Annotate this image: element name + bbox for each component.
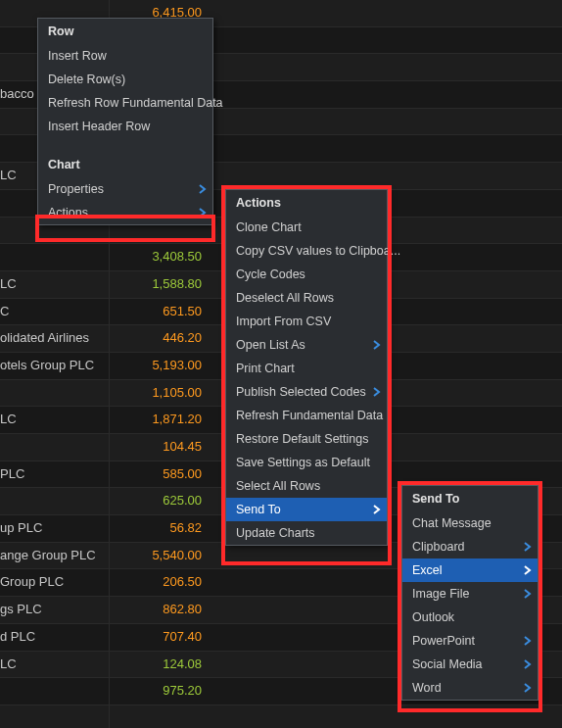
- menu-item[interactable]: Publish Selected Codes: [226, 380, 387, 404]
- menu-item[interactable]: Word: [402, 676, 538, 700]
- chevron-right-icon: [373, 505, 381, 514]
- menu-item-label: Refresh Fundamental Data: [236, 409, 383, 422]
- context-menu-send-to: Send ToChat MessageClipboardExcelImage F…: [401, 485, 539, 701]
- row-value: 975.20: [110, 678, 208, 704]
- row-value: 625.00: [110, 488, 208, 514]
- chevron-right-icon: [373, 340, 381, 350]
- menu-item[interactable]: Print Chart: [226, 357, 387, 380]
- menu-item[interactable]: Refresh Fundamental Data: [226, 404, 387, 427]
- row-value: 3,408.50: [110, 244, 208, 270]
- chevron-right-icon: [373, 387, 381, 397]
- row-name: [0, 244, 110, 270]
- row-name: d PLC: [0, 624, 110, 651]
- row-name: LC: [0, 271, 110, 298]
- menu-item-label: Save Settings as Default: [236, 456, 370, 469]
- row-value: 56.82: [110, 515, 208, 542]
- menu-item-label: PowerPoint: [412, 634, 475, 648]
- row-value: 862.80: [110, 597, 208, 623]
- menu-item[interactable]: Social Media: [402, 653, 538, 676]
- row-value: 1,105.00: [110, 380, 208, 407]
- context-menu-actions: ActionsClone ChartCopy CSV values to Cli…: [225, 189, 388, 546]
- menu-item-label: Deselect All Rows: [236, 291, 334, 305]
- menu-item[interactable]: Actions: [38, 201, 212, 224]
- row-value: 1,871.20: [110, 407, 208, 433]
- menu-item-label: Clipboard: [412, 540, 465, 554]
- menu-item-label: Insert Row: [48, 49, 107, 63]
- menu-item-label: Social Media: [412, 657, 483, 671]
- menu-item-label: Print Chart: [236, 362, 295, 375]
- row-name: [0, 678, 110, 704]
- menu-item[interactable]: Clone Chart: [226, 216, 387, 239]
- menu-item[interactable]: Send To: [226, 498, 387, 521]
- row-name: C: [0, 299, 110, 325]
- menu-item[interactable]: Update Charts: [226, 521, 387, 545]
- menu-item[interactable]: Refresh Row Fundamental Data: [38, 91, 212, 115]
- menu-item-label: Clone Chart: [236, 220, 302, 234]
- row-value: 651.50: [110, 299, 208, 325]
- row-name: LC: [0, 407, 110, 433]
- menu-item[interactable]: Cycle Codes: [226, 263, 387, 286]
- menu-item[interactable]: PowerPoint: [402, 629, 538, 653]
- menu-item[interactable]: Select All Rows: [226, 474, 387, 498]
- row-value: 104.45: [110, 434, 208, 461]
- menu-item[interactable]: Properties: [38, 177, 212, 201]
- menu-item[interactable]: Copy CSV values to Clipboa...: [226, 239, 387, 263]
- menu-item-label: Refresh Row Fundamental Data: [48, 96, 223, 110]
- row-name: PLC: [0, 461, 110, 488]
- row-value: 1,588.80: [110, 271, 208, 298]
- menu-item[interactable]: Deselect All Rows: [226, 286, 387, 310]
- menu-item-label: Update Charts: [236, 526, 315, 540]
- row-name: [0, 380, 110, 407]
- menu-item-label: Publish Selected Codes: [236, 385, 366, 399]
- row-name: [0, 488, 110, 514]
- menu-item-label: Chat Message: [412, 516, 492, 530]
- chevron-right-icon: [524, 565, 532, 575]
- row-name: LC: [0, 652, 110, 678]
- chevron-right-icon: [524, 683, 532, 693]
- context-menu-row-chart: RowInsert RowDelete Row(s)Refresh Row Fu…: [37, 18, 213, 225]
- menu-item[interactable]: Image File: [402, 582, 538, 606]
- row-value: [110, 705, 208, 728]
- menu-item-label: Select All Rows: [236, 479, 320, 493]
- menu-item[interactable]: Insert Row: [38, 44, 212, 68]
- menu-item[interactable]: Clipboard: [402, 535, 538, 558]
- menu-header: Actions: [226, 190, 387, 216]
- chevron-right-icon: [524, 659, 532, 669]
- table-row[interactable]: [0, 705, 562, 728]
- row-name: otels Group PLC: [0, 353, 110, 379]
- menu-item-label: Cycle Codes: [236, 267, 305, 281]
- menu-item[interactable]: Outlook: [402, 606, 538, 629]
- row-value: 707.40: [110, 624, 208, 651]
- menu-item-label: Open List As: [236, 338, 305, 352]
- row-value: 124.08: [110, 652, 208, 678]
- row-name: ange Group PLC: [0, 543, 110, 569]
- menu-item-label: Import From CSV: [236, 315, 331, 328]
- row-name: olidated Airlines: [0, 325, 110, 352]
- menu-item[interactable]: Save Settings as Default: [226, 451, 387, 474]
- menu-item[interactable]: Insert Header Row: [38, 115, 212, 138]
- menu-item-label: Copy CSV values to Clipboa...: [236, 244, 400, 258]
- chevron-right-icon: [524, 589, 532, 599]
- menu-header: Send To: [402, 486, 538, 511]
- menu-item-label: Restore Default Settings: [236, 432, 369, 446]
- menu-item[interactable]: Import From CSV: [226, 310, 387, 333]
- menu-section-header: Chart: [38, 152, 212, 177]
- row-name: [0, 434, 110, 461]
- menu-item-label: Image File: [412, 587, 469, 601]
- menu-item[interactable]: Delete Row(s): [38, 68, 212, 91]
- row-value: 5,193.00: [110, 353, 208, 379]
- menu-item[interactable]: Open List As: [226, 333, 387, 357]
- menu-item-label: Outlook: [412, 610, 454, 624]
- menu-item-label: Excel: [412, 563, 443, 577]
- menu-item[interactable]: Restore Default Settings: [226, 427, 387, 451]
- menu-item[interactable]: Excel: [402, 558, 538, 582]
- menu-item[interactable]: Chat Message: [402, 511, 538, 535]
- row-value: 206.50: [110, 569, 208, 596]
- menu-item-label: Send To: [236, 503, 281, 516]
- row-name: [0, 705, 110, 728]
- row-name: Group PLC: [0, 569, 110, 596]
- row-value: 5,540.00: [110, 543, 208, 569]
- row-name: gs PLC: [0, 597, 110, 623]
- row-value: 446.20: [110, 325, 208, 352]
- chevron-right-icon: [524, 636, 532, 646]
